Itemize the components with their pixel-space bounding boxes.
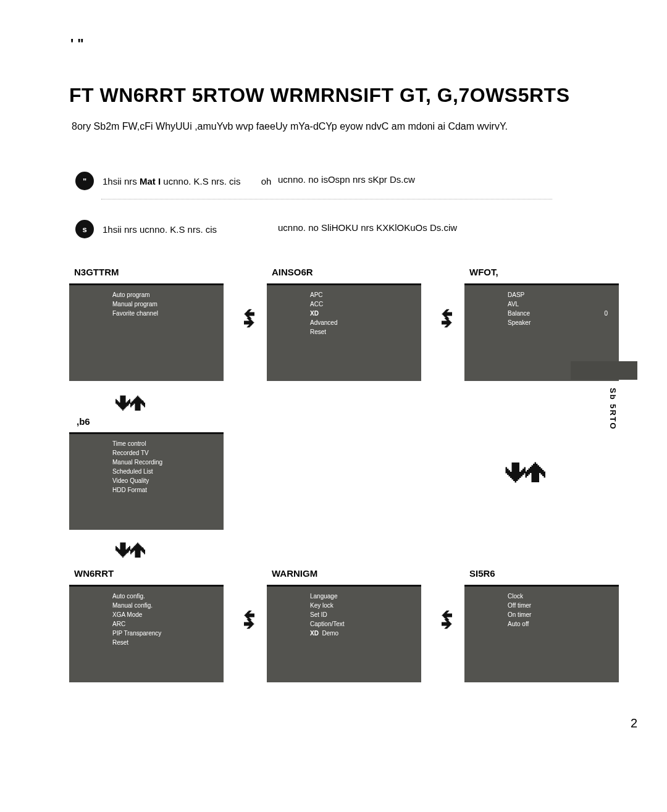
step-2-right: ucnno. no SliHOKU nrs KXKlOKuOs Ds.ciw	[278, 222, 457, 233]
menu-item: DASP	[464, 290, 619, 299]
card-screen-box: Auto config. Manual config. XGA Mode ARC…	[69, 585, 224, 682]
menu-item: ARC	[69, 619, 224, 629]
menu-item: Auto off	[464, 619, 619, 629]
step-1-badge: "	[75, 172, 94, 190]
side-tab-label: Sb 5RTO	[608, 388, 618, 430]
menu-item: Balance0	[464, 309, 619, 318]
step-2-badge: s	[75, 220, 94, 238]
card-sound-label: WFOT,	[469, 267, 619, 277]
card-pvr-label: ,b6	[77, 416, 90, 427]
menu-item: HDD Format	[69, 485, 224, 495]
menu-item: XD	[267, 309, 421, 318]
menu-item: Speaker	[464, 318, 619, 327]
header-mark: ' "	[70, 36, 84, 52]
menu-item: Set ID	[267, 610, 421, 619]
card-picture-label: AINSO6R	[272, 267, 421, 277]
arrow-up-down-large-icon: 🡻🡹	[504, 460, 543, 488]
arrow-up-down-icon: 🡻🡹	[114, 541, 144, 562]
card-station-box: Auto program Manual program Favorite cha…	[69, 283, 224, 381]
menu-item: XD Demo	[267, 629, 421, 638]
card-time-label: SI5R6	[469, 568, 619, 579]
card-station-label: N3GTTRM	[74, 267, 224, 277]
menu-item: XGA Mode	[69, 610, 224, 619]
step-2: s 1hsii nrs ucnno. K.S nrs. cis	[75, 220, 217, 238]
card-time: 🡸🡺 SI5R6 Clock Off timer On timer Auto o…	[464, 568, 619, 682]
menu-item: Time control	[69, 439, 224, 448]
arrow-left-right-icon: 🡸🡺	[243, 611, 255, 629]
menu-item: Scheduled List	[69, 467, 224, 476]
card-time-box: Clock Off timer On timer Auto off	[464, 585, 619, 682]
card-screen: WN6RRT Auto config. Manual config. XGA M…	[69, 568, 224, 682]
menu-item: AVL	[464, 299, 619, 309]
step-1-text: 1hsii nrs Mat I ucnno. K.S nrs. cis oh	[103, 176, 271, 186]
page-subtitle: 8ory Sb2m FW,cFi WhyUUi ,amuYvb wvp faee…	[72, 121, 508, 132]
menu-item: On timer	[464, 610, 619, 619]
menu-item: Reset	[267, 327, 421, 337]
menu-item: ACC	[267, 299, 421, 309]
card-picture: 🡸🡺 AINSO6R APC ACC XD Advanced Reset	[267, 267, 421, 381]
menu-item: APC	[267, 290, 421, 299]
step-divider	[101, 199, 552, 199]
menu-item: PIP Transparency	[69, 629, 224, 638]
menu-item: Language	[267, 592, 421, 601]
arrow-left-right-icon: 🡸🡺	[441, 310, 453, 327]
arrow-up-down-icon: 🡻🡹	[114, 394, 144, 415]
arrow-left-right-icon: 🡸🡺	[243, 310, 255, 327]
card-pvr-box: Time control Recorded TV Manual Recordin…	[69, 432, 224, 530]
step-1-pre: 1hsii nrs	[103, 176, 140, 186]
menu-item: Key lock	[267, 601, 421, 610]
step-1-right: ucnno. no isOspn nrs sKpr Ds.cw	[278, 174, 415, 185]
menu-item: Caption/Text	[267, 619, 421, 629]
menu-item: Reset	[69, 638, 224, 647]
card-special-label: WARNIGM	[272, 568, 421, 579]
menu-item: Auto program	[69, 290, 224, 299]
step-1: " 1hsii nrs Mat I ucnno. K.S nrs. cis oh	[75, 172, 271, 190]
step-1-mid: oh	[261, 176, 272, 186]
menu-item: Manual program	[69, 299, 224, 309]
menu-item: Auto config.	[69, 592, 224, 601]
arrow-left-right-icon: 🡸🡺	[441, 611, 453, 629]
menu-item: Video Quality	[69, 476, 224, 485]
card-picture-box: APC ACC XD Advanced Reset	[267, 283, 421, 381]
menu-item: Recorded TV	[69, 448, 224, 458]
side-tab	[571, 361, 637, 380]
menu-item: Favorite channel	[69, 309, 224, 318]
card-special: 🡸🡺 WARNIGM Language Key lock Set ID Capt…	[267, 568, 421, 682]
card-special-box: Language Key lock Set ID Caption/Text XD…	[267, 585, 421, 682]
menu-item: Clock	[464, 592, 619, 601]
menu-item: Manual Recording	[69, 458, 224, 467]
card-screen-label: WN6RRT	[74, 568, 224, 579]
step-2-text: 1hsii nrs ucnno. K.S nrs. cis	[103, 224, 217, 235]
menu-item: Advanced	[267, 318, 421, 327]
page-title: FT WN6RRT 5RTOW WRMRNSIFT GT, G,7OWS5RTS	[69, 84, 570, 107]
menu-item: Manual config.	[69, 601, 224, 610]
step-1-post: ucnno. K.S nrs. cis	[161, 176, 240, 186]
page-number: 2	[631, 716, 637, 730]
step-1-bold: Mat I	[140, 176, 161, 186]
menu-item: Off timer	[464, 601, 619, 610]
card-station: N3GTTRM Auto program Manual program Favo…	[69, 267, 224, 381]
